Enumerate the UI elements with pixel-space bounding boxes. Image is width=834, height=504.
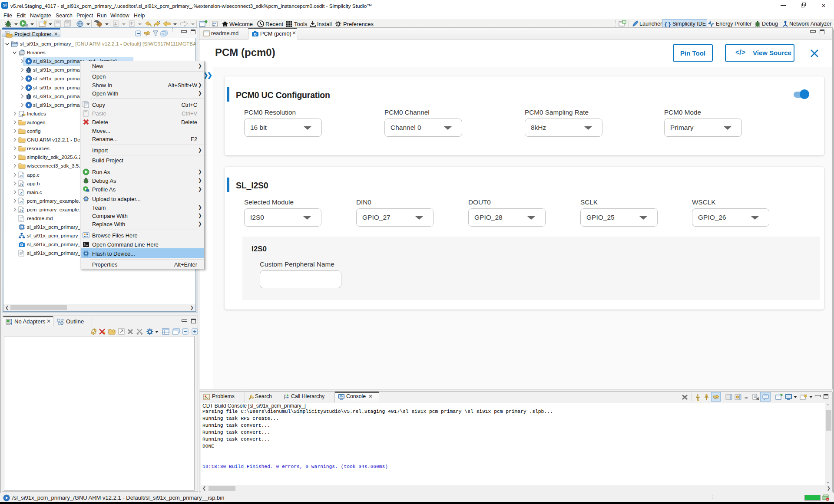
svg-text:.c: .c [19,173,23,178]
svg-text:c: c [16,40,18,44]
svg-text:.h: .h [19,181,23,186]
svg-text:.c: .c [19,199,23,204]
svg-text:Si: Si [162,33,165,36]
svg-text:.h: .h [19,208,23,212]
svg-text:.c: .c [19,190,23,195]
